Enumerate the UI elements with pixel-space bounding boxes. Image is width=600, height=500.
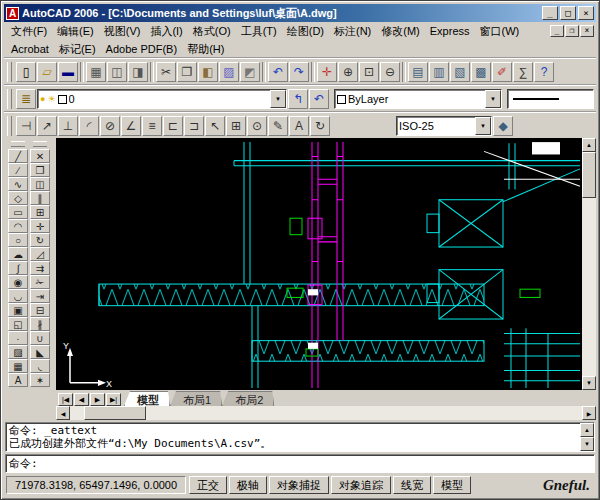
status-toggle-2[interactable]: 对象捕捉 (269, 476, 329, 494)
dim-baseline-icon[interactable]: ⊏ (163, 116, 183, 136)
zoom-window-icon[interactable]: ⊡ (359, 62, 379, 82)
doc-close-button[interactable]: × (580, 25, 594, 37)
dim-text-edit-icon[interactable]: A (289, 116, 309, 136)
revcloud-icon[interactable]: ☁ (8, 247, 28, 261)
tab-nav-prev[interactable]: ◀ (74, 393, 89, 406)
menu2-item-0[interactable]: Acrobat (6, 42, 54, 56)
menu-item-8[interactable]: 修改(M) (376, 23, 425, 40)
horizontal-scroll-thumb[interactable] (84, 406, 146, 420)
menu-item-9[interactable]: Express (425, 24, 475, 38)
command-history[interactable]: 命令: _eattext已成功创建外部文件“d:\My Documents\A.… (5, 422, 595, 452)
hatch-icon[interactable]: ▨ (8, 345, 28, 359)
tab-nav-next[interactable]: ▶ (90, 393, 105, 406)
menu-item-10[interactable]: 窗口(W) (475, 23, 525, 40)
table-icon[interactable]: ▦ (8, 359, 28, 373)
plot-icon[interactable]: ▦ (86, 62, 106, 82)
zoom-realtime-icon[interactable]: ⊕ (338, 62, 358, 82)
markup-icon[interactable]: ✐ (492, 62, 512, 82)
line-icon[interactable]: ╱ (8, 149, 28, 163)
rotate-icon[interactable]: ↻ (30, 233, 50, 247)
dim-radius-icon[interactable]: ◜ (79, 116, 99, 136)
fillet-icon[interactable]: ◟ (30, 359, 50, 373)
save-icon[interactable]: ▬ (58, 62, 78, 82)
menu-item-7[interactable]: 标注(N) (329, 23, 376, 40)
menu2-item-1[interactable]: 标记(E) (54, 41, 101, 58)
command-input[interactable]: 命令: (5, 454, 595, 473)
plot-preview-icon[interactable]: ◫ (107, 62, 127, 82)
copy-icon[interactable]: ❐ (177, 62, 197, 82)
status-toggle-5[interactable]: 模型 (433, 476, 471, 494)
rectangle-icon[interactable]: ▭ (8, 205, 28, 219)
dim-angular-icon[interactable]: ∠ (121, 116, 141, 136)
paste-icon[interactable]: ◧ (198, 62, 218, 82)
dim-update-icon[interactable]: ↻ (310, 116, 330, 136)
menu-item-1[interactable]: 编辑(E) (52, 23, 99, 40)
stretch-icon[interactable]: ⇉ (30, 261, 50, 275)
linetype-combo[interactable] (507, 89, 594, 109)
status-toggle-1[interactable]: 极轴 (229, 476, 267, 494)
spline-icon[interactable]: ∫ (8, 261, 28, 275)
circle-icon[interactable]: ○ (8, 233, 28, 247)
arc-icon[interactable]: ◠ (8, 219, 28, 233)
menu-item-6[interactable]: 绘图(D) (282, 23, 329, 40)
cut-icon[interactable]: ✂ (156, 62, 176, 82)
status-toggle-3[interactable]: 对象追踪 (331, 476, 391, 494)
break-at-point-icon[interactable]: ⊟ (30, 303, 50, 317)
explode-icon[interactable]: ✶ (30, 373, 50, 387)
close-button[interactable]: × (578, 6, 594, 20)
command-scroll-down-icon[interactable]: ▼ (580, 437, 594, 451)
menu-item-0[interactable]: 文件(F) (6, 23, 52, 40)
tool-palettes-icon[interactable]: ▧ (450, 62, 470, 82)
polygon-icon[interactable]: ◇ (8, 191, 28, 205)
toolbar-grip[interactable] (7, 89, 12, 109)
menu-item-2[interactable]: 视图(V) (99, 23, 146, 40)
open-icon[interactable]: ▱ (37, 62, 57, 82)
mtext-icon[interactable]: A (8, 373, 28, 387)
point-icon[interactable]: ∙ (8, 331, 28, 345)
maximize-button[interactable]: □ (560, 6, 576, 20)
command-scrollbar[interactable]: ▲ ▼ (580, 423, 594, 451)
chamfer-icon[interactable]: ◣ (30, 345, 50, 359)
menu2-item-3[interactable]: 帮助(H) (182, 41, 229, 58)
status-toggle-4[interactable]: 线宽 (393, 476, 431, 494)
dim-linear-icon[interactable]: ⊣ (16, 116, 36, 136)
toolbar-grip[interactable] (33, 141, 47, 147)
copy-object-icon[interactable]: ❐ (30, 163, 50, 177)
designcenter-icon[interactable]: ▥ (429, 62, 449, 82)
layer-combo[interactable]: ● ☀ 0 ▼ (37, 89, 287, 109)
doc-minimize-button[interactable]: _ (550, 25, 564, 37)
quickcalc-icon[interactable]: ∑ (513, 62, 533, 82)
tab-layout2[interactable]: 布局2 (222, 391, 274, 406)
pan-icon[interactable]: ✛ (317, 62, 337, 82)
dim-ordinate-icon[interactable]: ⊥ (58, 116, 78, 136)
color-combo[interactable]: ByLayer ▼ (334, 89, 502, 109)
tab-model[interactable]: 模型 (124, 391, 170, 406)
qnew-icon[interactable]: ▯ (16, 62, 36, 82)
array-icon[interactable]: ⊞ (30, 205, 50, 219)
layer-combo-dropdown-icon[interactable]: ▼ (270, 90, 286, 108)
toolbar-grip[interactable] (11, 141, 25, 147)
coordinates-display[interactable]: 71978.3198, 65497.1496, 0.0000 (6, 476, 186, 494)
horizontal-scrollbar[interactable]: ◀ ▶ (56, 406, 596, 420)
dim-continue-icon[interactable]: ⊐ (184, 116, 204, 136)
trim-icon[interactable]: ✁ (30, 275, 50, 289)
tolerance-icon[interactable]: ⊞ (226, 116, 246, 136)
quick-leader-icon[interactable]: ↖ (205, 116, 225, 136)
menu2-item-2[interactable]: Adobe PDF(B) (101, 42, 183, 56)
quick-dim-icon[interactable]: ≡ (142, 116, 162, 136)
scroll-left-icon[interactable]: ◀ (56, 406, 70, 420)
insert-block-icon[interactable]: ▣ (8, 303, 28, 317)
polyline-icon[interactable]: ∿ (8, 177, 28, 191)
scroll-right-icon[interactable]: ▶ (582, 406, 596, 420)
scroll-up-icon[interactable]: ▲ (582, 138, 596, 152)
extend-icon[interactable]: ⇥ (30, 289, 50, 303)
scale-icon[interactable]: ◿ (30, 247, 50, 261)
dim-aligned-icon[interactable]: ↗ (37, 116, 57, 136)
scroll-down-icon[interactable]: ▼ (582, 376, 596, 390)
drawing-canvas[interactable]: Y X (56, 138, 582, 390)
offset-icon[interactable]: ∥ (30, 191, 50, 205)
ellipse-arc-icon[interactable]: ◡ (8, 289, 28, 303)
sheetset-manager-icon[interactable]: ▩ (471, 62, 491, 82)
vertical-scrollbar[interactable]: ▲ ▼ (582, 138, 596, 390)
make-object-layer-current-icon[interactable]: ↰ (288, 89, 308, 109)
